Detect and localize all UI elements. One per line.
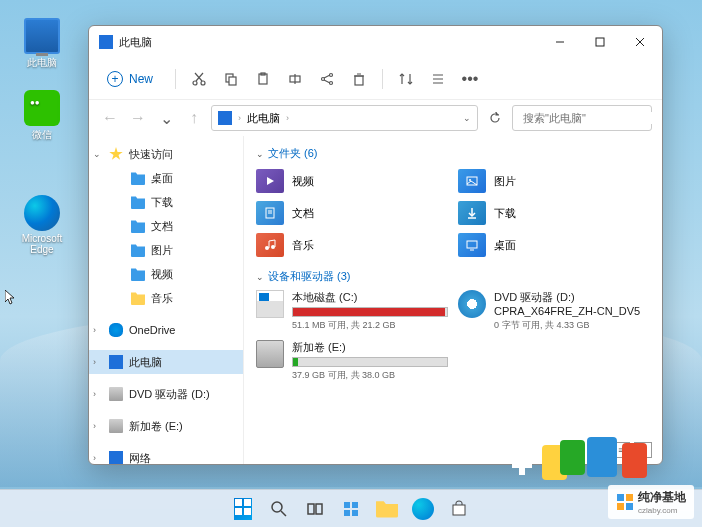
cut-icon[interactable] — [190, 70, 208, 88]
sidebar-item-pictures[interactable]: 图片 — [89, 238, 243, 262]
onedrive-icon — [109, 323, 123, 337]
svg-point-38 — [271, 245, 275, 249]
watermark: 纯净基地 czlaby.com — [608, 485, 694, 519]
section-header-folders[interactable]: 文件夹 (6) — [256, 146, 650, 161]
chevron-down-icon[interactable]: ⌄ — [93, 149, 103, 159]
up-button[interactable]: ↑ — [183, 107, 205, 129]
drive-c[interactable]: 本地磁盘 (C:) 51.1 MB 可用, 共 21.2 GB — [256, 290, 448, 332]
folder-downloads[interactable]: 下载 — [458, 199, 650, 227]
sidebar-item-video[interactable]: 视频 — [89, 262, 243, 286]
taskbar-edge[interactable] — [407, 493, 439, 525]
thispc-icon — [24, 18, 60, 54]
taskbar-search[interactable] — [263, 493, 295, 525]
sidebar-item-quick[interactable]: ⌄快速访问 — [89, 142, 243, 166]
sidebar-item-label: 视频 — [151, 267, 173, 282]
svg-rect-56 — [617, 503, 624, 510]
chevron-right-icon[interactable]: › — [93, 389, 103, 399]
sidebar-item-music[interactable]: 音乐 — [89, 286, 243, 310]
svg-line-7 — [195, 73, 202, 81]
edge-icon — [412, 498, 434, 520]
chevron-right-icon[interactable]: › — [93, 325, 103, 335]
svg-rect-54 — [617, 494, 624, 501]
sort-icon[interactable] — [397, 70, 415, 88]
back-button[interactable]: ← — [99, 107, 121, 129]
share-icon[interactable] — [318, 70, 336, 88]
start-button[interactable] — [227, 493, 259, 525]
new-button[interactable]: + New — [99, 67, 161, 91]
folder-documents[interactable]: 文档 — [256, 199, 448, 227]
dropdown-icon[interactable]: ⌄ — [463, 113, 471, 123]
sidebar-item-label: 文档 — [151, 219, 173, 234]
svg-rect-43 — [235, 508, 242, 515]
copy-icon[interactable] — [222, 70, 240, 88]
svg-line-17 — [324, 75, 330, 78]
drive-name: 新加卷 (E:) — [292, 340, 448, 355]
taskbar-taskview[interactable] — [299, 493, 331, 525]
sidebar-item-network[interactable]: ›网络 — [89, 446, 243, 464]
svg-marker-29 — [267, 177, 274, 185]
folder-video[interactable]: 视频 — [256, 167, 448, 195]
desktop-icon-edge[interactable]: Microsoft Edge — [12, 195, 72, 255]
drive-e-icon — [256, 340, 284, 368]
chevron-right-icon[interactable]: › — [93, 357, 103, 367]
folder-music[interactable]: 音乐 — [256, 231, 448, 259]
desktop-icon-thispc[interactable]: 此电脑 — [12, 18, 72, 70]
delete-icon[interactable] — [350, 70, 368, 88]
sidebar-item-newvol[interactable]: ›新加卷 (E:) — [89, 414, 243, 438]
rename-icon[interactable] — [286, 70, 304, 88]
drive-d[interactable]: DVD 驱动器 (D:) CPRA_X64FRE_ZH-CN_DV5 0 字节 … — [458, 290, 650, 332]
chevron-right-icon: › — [238, 113, 241, 123]
sidebar-item-documents[interactable]: 文档 — [89, 214, 243, 238]
drive-sub: 37.9 GB 可用, 共 38.0 GB — [292, 369, 448, 382]
recent-button[interactable]: ⌄ — [155, 107, 177, 129]
taskbar-explorer[interactable] — [371, 493, 403, 525]
drive-sub: 0 字节 可用, 共 4.33 GB — [494, 319, 650, 332]
thispc-icon — [218, 111, 232, 125]
svg-rect-44 — [244, 508, 251, 515]
folder-label: 视频 — [292, 174, 314, 189]
svg-rect-9 — [229, 77, 236, 85]
folder-label: 文档 — [292, 206, 314, 221]
watermark-sub: czlaby.com — [638, 506, 686, 515]
section-header-drives[interactable]: 设备和驱动器 (3) — [256, 269, 650, 284]
sidebar-item-downloads[interactable]: 下载 — [89, 190, 243, 214]
maximize-button[interactable] — [580, 27, 620, 57]
svg-rect-57 — [626, 503, 633, 510]
search-box[interactable] — [512, 105, 652, 131]
sidebar-item-dvd[interactable]: ›DVD 驱动器 (D:) — [89, 382, 243, 406]
folder-label: 下载 — [494, 206, 516, 221]
address-bar[interactable]: › 此电脑 › ⌄ — [211, 105, 478, 131]
svg-line-46 — [281, 511, 286, 516]
svg-rect-50 — [352, 502, 358, 508]
sidebar-item-label: 下载 — [151, 195, 173, 210]
chevron-right-icon[interactable]: › — [93, 453, 103, 463]
sidebar-item-desktop[interactable]: 桌面 — [89, 166, 243, 190]
titlebar[interactable]: 此电脑 — [89, 26, 662, 58]
taskbar-store[interactable] — [443, 493, 475, 525]
close-button[interactable] — [620, 27, 660, 57]
paste-icon[interactable] — [254, 70, 272, 88]
refresh-button[interactable] — [484, 112, 506, 124]
usage-bar — [292, 307, 448, 317]
folder-icon — [131, 267, 145, 281]
folder-pictures[interactable]: 图片 — [458, 167, 650, 195]
music-icon — [256, 233, 284, 257]
sidebar-item-thispc[interactable]: ›此电脑 — [89, 350, 243, 374]
search-input[interactable] — [523, 112, 661, 124]
folder-desktop[interactable]: 桌面 — [458, 231, 650, 259]
plus-icon: + — [107, 71, 123, 87]
more-icon[interactable]: ••• — [461, 70, 479, 88]
svg-rect-53 — [453, 505, 465, 515]
breadcrumb[interactable]: 此电脑 — [247, 111, 280, 126]
minimize-button[interactable] — [540, 27, 580, 57]
folder-icon — [131, 291, 145, 305]
desktop-icon-wechat[interactable]: 微信 — [12, 90, 72, 142]
content-area: 文件夹 (6) 视频 图片 文档 下载 音乐 桌面 设备和驱动器 (3) 本地磁… — [244, 136, 662, 464]
chevron-right-icon[interactable]: › — [93, 421, 103, 431]
drive-e[interactable]: 新加卷 (E:) 37.9 GB 可用, 共 38.0 GB — [256, 340, 448, 382]
forward-button[interactable]: → — [127, 107, 149, 129]
taskbar-widgets[interactable] — [335, 493, 367, 525]
star-icon — [109, 147, 123, 161]
view-icon[interactable] — [429, 70, 447, 88]
sidebar-item-onedrive[interactable]: ›OneDrive — [89, 318, 243, 342]
